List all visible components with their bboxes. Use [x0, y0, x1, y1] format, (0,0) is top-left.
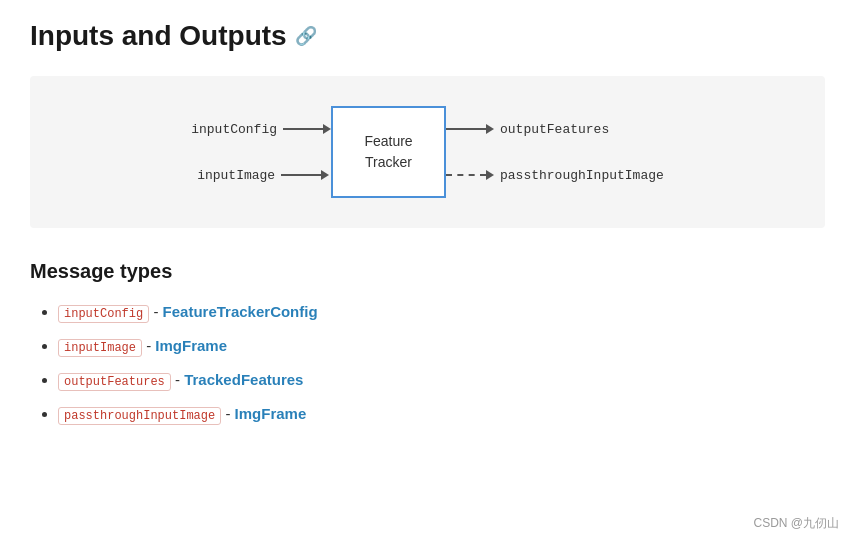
input-row-inputImage: inputImage [191, 152, 331, 198]
box-label-line1: Feature [333, 131, 444, 152]
list-item-0: inputConfig - FeatureTrackerConfig [58, 303, 825, 323]
input-label-inputImage: inputImage [191, 168, 281, 183]
feature-tracker-box: Feature Tracker [331, 106, 446, 198]
arrow-passthroughInputImage [446, 170, 494, 180]
separator-3: - [225, 405, 234, 422]
inputs-column: inputConfig inputImage [191, 106, 331, 198]
input-row-inputConfig: inputConfig [191, 106, 331, 152]
type-link-ImgFrame-1[interactable]: ImgFrame [155, 337, 227, 354]
message-types-section: Message types inputConfig - FeatureTrack… [30, 260, 825, 425]
diagram-container: inputConfig inputImage Feature Tracker [30, 76, 825, 228]
separator-2: - [175, 371, 184, 388]
list-item-2: outputFeatures - TrackedFeatures [58, 371, 825, 391]
arrow-outputFeatures [446, 124, 494, 134]
list-item-1: inputImage - ImgFrame [58, 337, 825, 357]
box-label-line2: Tracker [333, 152, 444, 173]
title-text: Inputs and Outputs [30, 20, 287, 52]
separator-1: - [146, 337, 155, 354]
badge-passthroughInputImage: passthroughInputImage [58, 407, 221, 425]
diagram: inputConfig inputImage Feature Tracker [191, 106, 664, 198]
badge-inputConfig: inputConfig [58, 305, 149, 323]
output-label-passthroughInputImage: passthroughInputImage [494, 168, 664, 183]
section-title: Message types [30, 260, 825, 283]
page-title: Inputs and Outputs 🔗 [30, 20, 825, 52]
output-row-outputFeatures: outputFeatures [446, 106, 664, 152]
type-link-FeatureTrackerConfig[interactable]: FeatureTrackerConfig [163, 303, 318, 320]
badge-inputImage: inputImage [58, 339, 142, 357]
anchor-icon[interactable]: 🔗 [295, 25, 317, 47]
arrow-inputImage [281, 170, 329, 180]
outputs-column: outputFeatures passthroughInputImage [446, 106, 664, 198]
separator-0: - [153, 303, 162, 320]
output-label-outputFeatures: outputFeatures [494, 122, 609, 137]
badge-outputFeatures: outputFeatures [58, 373, 171, 391]
type-link-ImgFrame-2[interactable]: ImgFrame [235, 405, 307, 422]
arrow-inputConfig [283, 124, 331, 134]
list-item-3: passthroughInputImage - ImgFrame [58, 405, 825, 425]
type-link-TrackedFeatures[interactable]: TrackedFeatures [184, 371, 303, 388]
input-label-inputConfig: inputConfig [191, 122, 283, 137]
output-row-passthroughInputImage: passthroughInputImage [446, 152, 664, 198]
message-list: inputConfig - FeatureTrackerConfig input… [30, 303, 825, 425]
